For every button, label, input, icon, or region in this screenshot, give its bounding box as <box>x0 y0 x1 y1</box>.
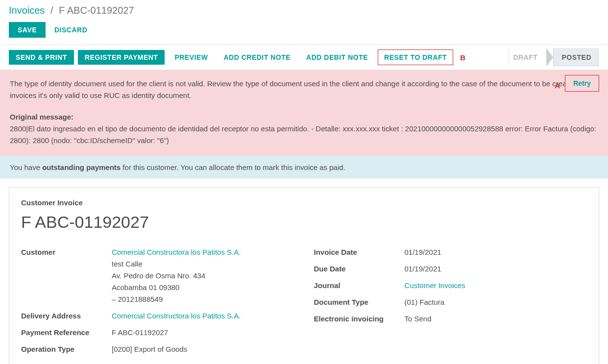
form-sheet: Customer Invoice F ABC-01192027 Customer… <box>9 187 599 364</box>
status-bar: DRAFT POSTED <box>509 48 599 67</box>
operation-type-label: Operation Type <box>21 343 112 355</box>
info-pre: You have <box>10 163 42 171</box>
customer-addr-3: Acobamba 01 09380 <box>112 282 241 293</box>
document-type-label: Document Type <box>314 296 405 308</box>
breadcrumb-current: F ABC-01192027 <box>59 5 134 16</box>
document-type-value: (01) Factura <box>405 296 445 308</box>
breadcrumb-parent-link[interactable]: Invoices <box>9 5 45 16</box>
invoice-date-value: 01/19/2021 <box>405 246 441 258</box>
error-original-body: 2800|El dato ingresado en el tipo de doc… <box>10 123 598 146</box>
save-button[interactable]: SAVE <box>9 22 46 38</box>
annotation-a: A <box>555 80 560 92</box>
journal-label: Journal <box>314 280 405 291</box>
sheet-title: F ABC-01192027 <box>21 213 587 232</box>
reset-to-draft-button[interactable]: RESET TO DRAFT <box>378 49 453 65</box>
journal-link[interactable]: Customer Invoices <box>405 281 465 290</box>
add-credit-note-button[interactable]: ADD CREDIT NOTE <box>218 50 296 65</box>
crud-row: SAVE DISCARD <box>0 18 608 45</box>
right-column: Invoice Date 01/19/2021 Due Date 01/19/2… <box>314 246 587 360</box>
customer-value: Comercial Constructora los Patitos S.A. … <box>112 246 241 305</box>
error-main-text: The type of identity document used for t… <box>10 78 598 101</box>
discard-button[interactable]: DISCARD <box>48 22 94 38</box>
info-alert: You have outstanding payments for this c… <box>0 156 608 178</box>
delivery-address-label: Delivery Address <box>21 310 112 322</box>
status-posted[interactable]: POSTED <box>553 48 599 67</box>
delivery-address-link[interactable]: Comercial Constructora los Patitos S.A. <box>112 312 241 320</box>
customer-addr-1: test Calle <box>112 258 241 270</box>
customer-addr-4: – 20121888549 <box>112 293 241 305</box>
electronic-invoicing-value: To Send <box>405 313 432 325</box>
payment-reference-label: Payment Reference <box>21 327 112 339</box>
status-draft[interactable]: DRAFT <box>509 48 546 67</box>
operation-type-value: [0200] Export of Goods <box>112 343 187 355</box>
due-date-label: Due Date <box>314 263 405 275</box>
sheet-label: Customer Invoice <box>21 198 587 207</box>
breadcrumb-separator: / <box>50 5 53 16</box>
info-bold: outstanding payments <box>42 163 121 171</box>
action-toolbar: SEND & PRINT REGISTER PAYMENT PREVIEW AD… <box>0 45 608 70</box>
add-debit-note-button[interactable]: ADD DEBIT NOTE <box>300 50 374 65</box>
left-column: Customer Comercial Constructora los Pati… <box>21 246 294 360</box>
customer-link[interactable]: Comercial Constructora los Patitos S.A. <box>112 246 241 258</box>
annotation-b: B <box>460 53 465 62</box>
payment-reference-value: F ABC-01192027 <box>112 327 168 339</box>
breadcrumb: Invoices / F ABC-01192027 <box>0 0 608 18</box>
invoice-date-label: Invoice Date <box>314 246 405 258</box>
preview-button[interactable]: PREVIEW <box>169 50 214 65</box>
error-original-label: Original message: <box>10 111 598 123</box>
retry-button[interactable]: Retry <box>565 75 599 92</box>
customer-label: Customer <box>21 246 112 305</box>
due-date-value: 01/19/2021 <box>405 263 441 275</box>
info-post: for this customer. You can allocate them… <box>121 163 345 171</box>
register-payment-button[interactable]: REGISTER PAYMENT <box>78 50 165 65</box>
error-alert: A Retry The type of identity document us… <box>0 70 608 156</box>
customer-addr-2: Av. Pedro de Osma Nro. 434 <box>112 270 241 282</box>
electronic-invoicing-label: Electronic invoicing <box>314 313 405 325</box>
send-print-button[interactable]: SEND & PRINT <box>9 50 74 65</box>
